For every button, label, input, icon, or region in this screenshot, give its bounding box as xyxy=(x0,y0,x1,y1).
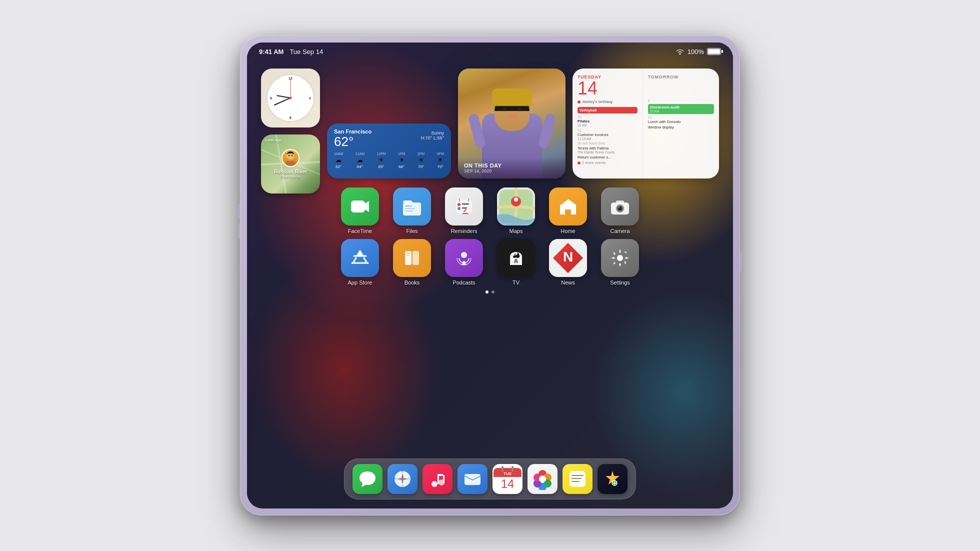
svg-rect-70 xyxy=(572,481,580,482)
home-screen-content: 12 3 6 9 xyxy=(247,60,733,508)
svg-rect-11 xyxy=(405,210,413,212)
app-row-1: FaceTime Files xyxy=(261,188,719,234)
dock-calendar[interactable]: TUE 14 xyxy=(492,464,522,494)
weather-high-low: H:70° L:55° xyxy=(421,136,444,140)
svg-rect-52 xyxy=(464,474,480,485)
app-files[interactable]: Files xyxy=(393,188,431,234)
small-widgets-col: 12 3 6 9 xyxy=(261,68,320,178)
maps-widget-content: 2 min ago xyxy=(261,134,320,194)
app-label-appstore: App Store xyxy=(348,280,372,286)
weather-hour-12pm: 12PM ☀ 65° xyxy=(376,152,386,169)
cal-event-lunch[interactable]: Lunch with Gonzalo xyxy=(648,120,714,124)
books-icon xyxy=(393,239,431,277)
dock-notes[interactable] xyxy=(562,464,592,494)
cal-event-stockroom[interactable]: Stockroom audit 10 AM xyxy=(648,104,714,114)
battery-fill xyxy=(708,49,720,54)
app-books[interactable]: Books xyxy=(393,239,431,286)
app-camera[interactable]: Camera xyxy=(601,188,639,234)
maps-location-widget[interactable]: 2 min ago xyxy=(261,134,320,194)
app-label-files: Files xyxy=(406,228,418,234)
svg-rect-51 xyxy=(443,475,444,483)
calendar-today-num: 14 xyxy=(578,80,638,98)
dock-music[interactable] xyxy=(422,464,452,494)
clock-3: 3 xyxy=(309,96,311,100)
tv-icon xyxy=(497,239,535,277)
notes-dock-icon xyxy=(562,464,592,494)
cal-event-pilates[interactable]: Pilates 10 AM xyxy=(578,119,638,127)
svg-text:TUE: TUE xyxy=(504,472,512,476)
app-label-home: Home xyxy=(560,228,575,234)
svg-rect-23 xyxy=(616,200,624,204)
camera-icon xyxy=(601,188,639,226)
cal-more-events: 2 more events xyxy=(578,160,638,165)
svg-rect-33 xyxy=(406,253,410,254)
app-podcasts[interactable]: Podcasts xyxy=(445,239,483,286)
clock-6: 6 xyxy=(290,116,292,120)
ipad-device: 9:41 AM Tue Sep 14 100% xyxy=(240,36,740,516)
calendar-dock-icon: TUE 14 xyxy=(492,464,522,494)
app-appstore[interactable]: App Store xyxy=(341,239,379,286)
app-maps[interactable]: Maps xyxy=(497,188,535,234)
app-tv[interactable]: TV xyxy=(497,239,535,286)
weather-hour-11am: 11AM ☁ 64° xyxy=(356,152,364,169)
side-button[interactable] xyxy=(740,252,742,272)
svg-rect-58 xyxy=(502,466,504,472)
front-camera xyxy=(488,48,492,52)
weather-widget[interactable]: San Francisco 62° Sunny H:70° L:55° xyxy=(327,124,451,178)
svg-text:N: N xyxy=(563,249,573,264)
app-home[interactable]: Home xyxy=(549,188,587,234)
page-dot-1[interactable] xyxy=(486,290,488,294)
app-label-reminders: Reminders xyxy=(450,228,477,234)
cal-event-tennis[interactable]: Tennis with Fatima The Marble Tennis Cou… xyxy=(578,146,638,154)
dock-arcade[interactable] xyxy=(598,464,628,494)
app-news[interactable]: N News xyxy=(549,239,587,286)
svg-rect-50 xyxy=(438,474,443,476)
photos-widget[interactable]: ON THIS DAY SEP 14, 2020 xyxy=(458,68,566,178)
dock-safari[interactable]: N S E W xyxy=(388,464,418,494)
page-dot-2[interactable] xyxy=(492,290,494,294)
svg-point-13 xyxy=(458,203,460,206)
weather-hour-1pm: 1PM ☀ 68° xyxy=(398,152,405,169)
svg-rect-34 xyxy=(406,255,410,256)
music-dock-icon xyxy=(422,464,452,494)
maps-location-name: Russian River xyxy=(274,169,308,174)
calendar-widget[interactable]: TUESDAY 14 Ashley's birthday Volleyball … xyxy=(572,68,719,178)
cal-event-return[interactable]: Return customer s... xyxy=(578,155,638,160)
dock-messages[interactable] xyxy=(352,464,382,494)
clock-widget[interactable]: 12 3 6 9 xyxy=(261,68,320,128)
app-label-books: Books xyxy=(404,280,420,286)
volume-down-button[interactable] xyxy=(238,224,240,238)
battery-percent: 100% xyxy=(688,48,704,56)
dock-mail[interactable] xyxy=(458,464,488,494)
battery-icon xyxy=(707,48,721,55)
svg-point-66 xyxy=(539,476,546,482)
svg-point-5 xyxy=(288,155,290,156)
svg-text:W: W xyxy=(394,477,397,480)
settings-icon xyxy=(601,239,639,277)
calendar-today-col: TUESDAY 14 Ashley's birthday Volleyball … xyxy=(572,68,643,178)
svg-point-47 xyxy=(432,481,438,487)
app-label-podcasts: Podcasts xyxy=(452,280,475,286)
photos-on-this-day-label: ON THIS DAY xyxy=(464,162,560,168)
cal-event-window[interactable]: Window display xyxy=(648,125,714,130)
app-reminders[interactable]: Reminders xyxy=(445,188,483,234)
dock-photos[interactable] xyxy=(528,464,558,494)
app-facetime[interactable]: FaceTime xyxy=(341,188,379,234)
cal-event-invoices[interactable]: Customer invoices 11:15 AM xyxy=(578,132,638,140)
cal-event-volleyball[interactable]: Volleyball xyxy=(578,107,638,114)
svg-text:N: N xyxy=(402,470,404,473)
svg-point-21 xyxy=(514,198,518,202)
dock: N S E W xyxy=(344,458,636,500)
clock-second-hand xyxy=(290,79,291,98)
safari-dock-icon: N S E W xyxy=(388,464,418,494)
svg-rect-10 xyxy=(405,208,415,209)
app-settings[interactable]: Settings xyxy=(601,239,639,286)
photos-overlay: ON THIS DAY SEP 14, 2020 xyxy=(458,158,566,178)
app-label-news: News xyxy=(561,280,575,286)
clock-9: 9 xyxy=(270,96,272,100)
svg-rect-18 xyxy=(468,198,469,202)
svg-point-15 xyxy=(458,207,460,210)
volume-up-button[interactable] xyxy=(238,204,240,218)
status-bar: 9:41 AM Tue Sep 14 100% xyxy=(247,42,733,60)
maps-avatar xyxy=(282,149,300,167)
